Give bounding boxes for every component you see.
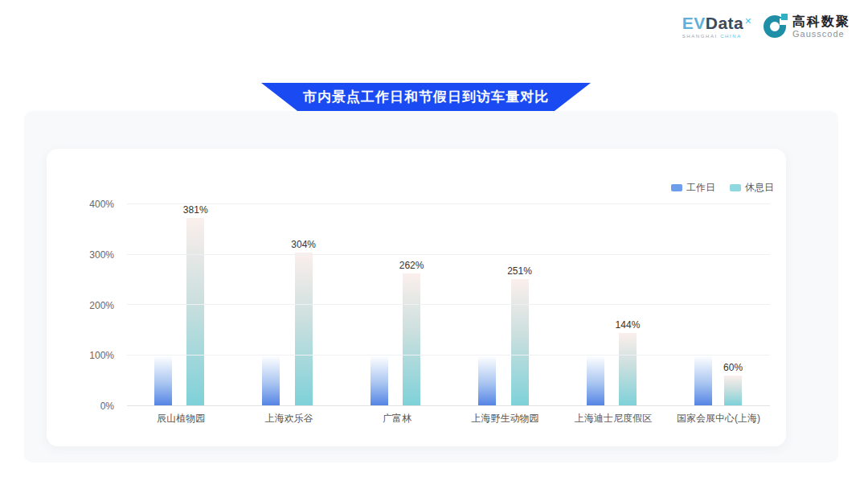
evdata-wordmark: EVData✕: [682, 14, 752, 32]
x-category-label: 上海迪士尼度假区: [575, 412, 652, 425]
page-title: 市内景点工作日和节假日到访车量对比: [303, 88, 549, 106]
y-tick-label: 200%: [89, 300, 114, 311]
gridline: [127, 304, 770, 305]
bar-column: [262, 204, 280, 405]
bar-column: [478, 204, 496, 405]
bar-group: 262%广富林: [371, 204, 424, 405]
chart-card: 工作日休息日 0%100%200%300%400% 381%辰山植物园304%上…: [47, 149, 786, 446]
bar-column: 381%: [183, 204, 208, 405]
legend-item-休息日[interactable]: 休息日: [730, 181, 774, 195]
bar-休息日: [511, 279, 529, 405]
bar-column: [694, 204, 712, 405]
y-tick-label: 400%: [89, 199, 114, 210]
bar-group: 381%辰山植物园: [154, 204, 208, 405]
page: EVData✕ SHANGHAI CHINA 高科数聚 Gausscode 市内…: [0, 0, 868, 489]
y-tick-label: 300%: [89, 249, 114, 261]
bar-工作日: [478, 355, 496, 406]
gausscode-g-icon: [764, 14, 788, 39]
legend-label: 工作日: [686, 181, 715, 195]
x-category-label: 国家会展中心(上海): [677, 412, 760, 425]
bar-工作日: [262, 355, 280, 406]
title-banner: 市内景点工作日和节假日到访车量对比: [261, 83, 591, 111]
bar-group: 304%上海欢乐谷: [262, 204, 316, 405]
bar-column: [587, 204, 604, 405]
content-panel: 工作日休息日 0%100%200%300%400% 381%辰山植物园304%上…: [24, 111, 838, 462]
chart-legend: 工作日休息日: [671, 181, 774, 195]
x-category-label: 上海欢乐谷: [265, 412, 313, 425]
bar-value-label: 60%: [723, 362, 743, 373]
bar-工作日: [154, 355, 172, 406]
bar-group: 251%上海野生动物园: [478, 204, 532, 405]
bar-value-label: 262%: [399, 260, 424, 271]
bar-column: 262%: [399, 204, 424, 405]
bar-休息日: [619, 333, 637, 405]
gridline: [127, 203, 770, 204]
y-tick-label: 100%: [89, 350, 114, 361]
evdata-subtext-china: CHINA: [720, 34, 742, 39]
bar-工作日: [587, 355, 604, 406]
y-tick-label: 0%: [100, 401, 114, 412]
bar-column: [371, 204, 388, 405]
evdata-data-text: Data: [706, 14, 744, 32]
x-category-label: 上海野生动物园: [472, 412, 539, 425]
gausscode-dot-shape: [781, 14, 788, 20]
gridline: [127, 355, 770, 355]
bar-column: 60%: [723, 204, 743, 405]
bar-休息日: [295, 253, 313, 405]
x-category-label: 辰山植物园: [157, 412, 205, 425]
legend-label: 休息日: [745, 181, 774, 195]
header-logos: EVData✕ SHANGHAI CHINA 高科数聚 Gausscode: [682, 14, 850, 39]
bar-group: 144%上海迪士尼度假区: [587, 204, 641, 405]
bar-column: 251%: [507, 204, 532, 405]
evdata-subtext: SHANGHAI CHINA: [682, 34, 742, 39]
bar-value-label: 144%: [616, 319, 641, 331]
evdata-logo: EVData✕ SHANGHAI CHINA: [682, 14, 752, 39]
bar-value-label: 251%: [507, 265, 532, 277]
bar-value-label: 381%: [183, 204, 208, 216]
plot-area: 381%辰山植物园304%上海欢乐谷262%广富林251%上海野生动物园144%…: [127, 204, 770, 406]
gausscode-cn-name: 高科数聚: [792, 14, 850, 29]
x-category-label: 广富林: [383, 412, 411, 425]
evdata-subtext-shanghai: SHANGHAI: [682, 34, 718, 39]
bar-group: 60%国家会展中心(上海): [694, 204, 743, 405]
legend-swatch-icon: [671, 184, 682, 191]
evdata-x-icon: ✕: [744, 16, 752, 26]
bar-value-label: 304%: [291, 239, 316, 250]
gausscode-logo: 高科数聚 Gausscode: [764, 14, 850, 39]
bar-column: 144%: [616, 204, 641, 405]
gridline: [127, 254, 770, 255]
bar-groups: 381%辰山植物园304%上海欢乐谷262%广富林251%上海野生动物园144%…: [127, 204, 770, 405]
legend-swatch-icon: [730, 184, 741, 191]
bar-column: [154, 204, 172, 405]
bar-休息日: [724, 376, 742, 406]
y-axis: 0%100%200%300%400%: [79, 204, 117, 406]
bar-工作日: [694, 355, 712, 406]
legend-item-工作日[interactable]: 工作日: [671, 181, 715, 195]
bar-column: 304%: [291, 204, 316, 405]
gausscode-text: 高科数聚 Gausscode: [792, 14, 850, 39]
bar-休息日: [186, 218, 204, 405]
bar-工作日: [371, 355, 388, 406]
bar-chart: 0%100%200%300%400% 381%辰山植物园304%上海欢乐谷262…: [79, 204, 774, 406]
evdata-ev-text: EV: [682, 14, 706, 32]
gausscode-en-name: Gausscode: [792, 29, 850, 39]
bar-休息日: [403, 273, 420, 405]
